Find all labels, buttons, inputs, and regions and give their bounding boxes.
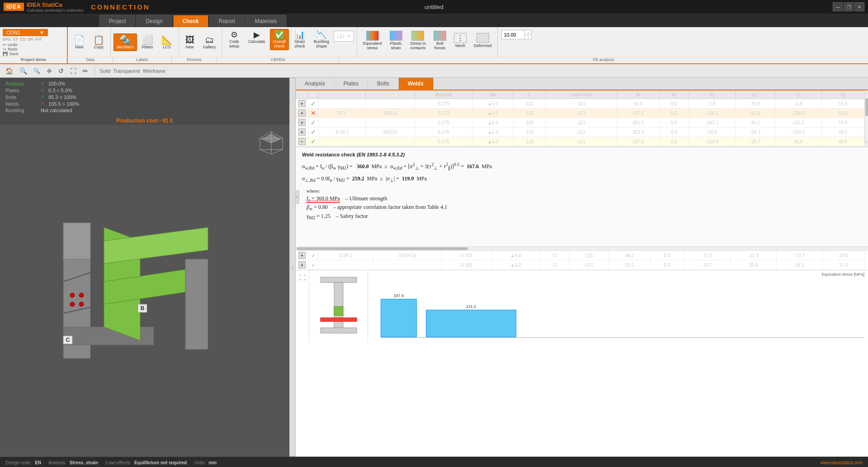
tag-fat[interactable]: FAT: [35, 37, 42, 42]
tab-project[interactable]: Project: [99, 15, 135, 27]
code-setup-button[interactable]: ⚙ Codesetup: [225, 29, 244, 50]
status-ok-3: ✓: [311, 119, 316, 126]
fullscreen-button[interactable]: ⛶: [68, 66, 78, 75]
scroll-up-btn[interactable]: ▲: [864, 90, 868, 96]
con1-dropdown[interactable]: CON1▼: [3, 29, 48, 36]
mesh-button[interactable]: ⋮ Mesh: [451, 29, 470, 52]
buckling-button[interactable]: 📉 Bucklingshape: [311, 29, 332, 50]
expand-btn-4[interactable]: +: [298, 128, 306, 136]
lcs-button[interactable]: 📐 LCS: [158, 33, 176, 51]
tab-materials[interactable]: Materials: [245, 15, 287, 27]
tab-plates[interactable]: Plates: [335, 78, 368, 90]
status-panel: Analysis ✓ 100.0% Plates ✓ 0.3 < 5.0% Bo…: [0, 78, 289, 117]
maximize-button[interactable]: ❐: [844, 2, 854, 11]
scroll-down-btn[interactable]: ▼: [864, 140, 868, 146]
where-row-1: fu = 360.0 MPa – Ultimate strength: [307, 195, 862, 203]
col-sigma: σ⊥: [735, 91, 775, 99]
tag-cd[interactable]: CD: [20, 37, 26, 42]
plastic-strain-button[interactable]: Plasticstrain: [386, 29, 406, 52]
home-button[interactable]: 🏠: [4, 66, 15, 75]
gallery-button[interactable]: 🗂 Gallery: [200, 33, 219, 51]
tab-welds[interactable]: Welds: [399, 78, 433, 90]
expand-btn-7[interactable]: +: [298, 261, 306, 269]
value-spinner[interactable]: ▲ ▼: [524, 30, 531, 39]
undo-btn[interactable]: ↩ Undo: [3, 42, 64, 47]
tag-dr[interactable]: DR: [28, 37, 33, 42]
label-labels: Labels: [113, 57, 172, 63]
logo-text: IDEA: [6, 4, 21, 10]
close-button[interactable]: ✕: [854, 2, 864, 11]
svg-rect-25: [321, 328, 357, 333]
view-transparent[interactable]: Transparent: [113, 68, 140, 74]
scroll-thumb[interactable]: [865, 98, 868, 116]
calculate-button[interactable]: ▶ Calculate: [245, 29, 269, 46]
fe-value-input[interactable]: [502, 31, 524, 38]
equivalent-stress-button[interactable]: Equivalentstress: [360, 29, 385, 52]
status-ok-1: ✓: [311, 100, 316, 107]
col-aw: aw: [472, 91, 514, 99]
formula-line-1: σw,Rd = fu / (βw γM2) = 360.0 MPa ≥ σw,E…: [302, 161, 862, 172]
tab-design[interactable]: Design: [136, 15, 172, 27]
members-button[interactable]: 🔩 Members: [113, 33, 137, 51]
view-solid[interactable]: Solid: [99, 68, 110, 74]
plastic-strain-icon: [390, 31, 402, 41]
expand-btn-5[interactable]: −: [298, 138, 306, 145]
plates-status: Plates ✓ 0.3 < 5.0%: [5, 87, 284, 93]
expand-btn-6[interactable]: +: [298, 252, 306, 259]
svg-text:C: C: [66, 337, 70, 343]
rotate-button[interactable]: ↺: [57, 66, 66, 75]
table-body: + ✓ S 275 ▲6.0 311 LE1 64.0 0.0 1.8 36.9: [296, 99, 864, 146]
panel-collapse-arrow[interactable]: ›: [289, 78, 296, 457]
status-load-effects: Load effects: Equilibrium not required: [105, 460, 187, 465]
right-panel: Analysis Plates Bolts Welds ▲ ▼: [296, 78, 868, 457]
labels-section: 🔩 Members ⬜ Plates 📐 LCS: [111, 27, 179, 57]
formula-line-2: σ⊥,Rd = 0.9fu / γM2 = 259.2 MPa ≥ |σ⊥| =…: [302, 175, 862, 184]
zoom-fit-button[interactable]: 🔍: [18, 66, 29, 75]
tab-report[interactable]: Report: [209, 15, 245, 27]
copy-data-button[interactable]: 📋 Copy: [90, 33, 108, 51]
tag-st[interactable]: ST: [13, 37, 18, 42]
plates-button[interactable]: ⬜ Plates: [139, 33, 156, 51]
project-items-section: CON1▼ EPS ST CD DR FAT ↩ Undo ↪ Redo 💾 S…: [0, 27, 68, 57]
window-controls[interactable]: — ❐ ✕: [833, 2, 864, 11]
strain-check-button[interactable]: 📊 Straincheck: [290, 29, 309, 50]
tab-check[interactable]: Check: [173, 15, 208, 27]
minimize-button[interactable]: —: [833, 2, 843, 11]
tab-bolts[interactable]: Bolts: [368, 78, 399, 90]
redo-btn[interactable]: ↪ Redo: [3, 47, 64, 52]
right-content: ▲ ▼ Material aw L Loa: [296, 90, 868, 457]
website-link[interactable]: www.ideastatica.com: [821, 460, 863, 465]
equivalent-stress-icon: [366, 31, 379, 41]
for-extreme-dropdown[interactable]: LE1 ▼: [334, 31, 354, 42]
tab-analysis[interactable]: Analysis: [296, 78, 335, 90]
col-tau-par: τ∥: [821, 91, 864, 99]
draw-button[interactable]: ✏: [81, 66, 90, 75]
app-name-group: IDEA StatiCa Calculate yesterday's estim…: [27, 1, 84, 13]
formula-title: Weld resistance check (EN 1993-1-8 4.5.3…: [302, 152, 862, 157]
zoom-button[interactable]: 🔍: [32, 67, 42, 75]
col-vz: Vz: [689, 91, 735, 99]
horizontal-scrollbar[interactable]: [296, 246, 868, 250]
deformed-button[interactable]: Deformed: [471, 29, 495, 52]
expand-btn-2[interactable]: +: [298, 109, 306, 117]
stress-contacts-button[interactable]: Stress incontacts: [407, 29, 429, 52]
overall-check-button[interactable]: ✅ Overallcheck: [270, 29, 289, 50]
view-wireframe[interactable]: Wireframe: [142, 68, 165, 74]
bolts-status: Bolts ✓ 85.3 < 100%: [5, 94, 284, 100]
bolt-forces-button[interactable]: Boltforces: [430, 29, 450, 52]
secondary-toolbar: 🏠 🔍 🔍 ✛ ↺ ⛶ ✏ Solid Transparent Wirefram…: [0, 64, 868, 78]
detail-collapse-btn[interactable]: ›: [296, 190, 299, 204]
welds-table: Material aw L Load case N Vy Vz σ⊥ τ⊥ τ∥: [296, 90, 864, 146]
ribbon: CON1▼ EPS ST CD DR FAT ↩ Undo ↪ Redo 💾 S…: [0, 27, 868, 64]
table-row: + ✓ S 355 ▲5.0 71 LE1 51.5 0.0 -20.7 20.…: [296, 260, 864, 270]
pan-button[interactable]: ✛: [45, 66, 54, 75]
new-data-button[interactable]: 📄 New: [71, 33, 88, 51]
bottom-table-body: + ✓ C-bfl 1 STIFF2a S 355 ▲5.0 71 LE1 46…: [296, 251, 864, 270]
chart-expand-btn[interactable]: ⛶: [296, 270, 309, 342]
expand-btn-3[interactable]: +: [298, 119, 306, 126]
tag-eps[interactable]: EPS: [3, 37, 11, 42]
new-picture-button[interactable]: 🖼 New: [182, 33, 198, 51]
save-btn[interactable]: 💾 Save: [3, 52, 64, 56]
expand-btn-1[interactable]: +: [298, 100, 306, 107]
fe-analysis-section: Equivalentstress Plasticstrain Stress in…: [357, 27, 498, 57]
